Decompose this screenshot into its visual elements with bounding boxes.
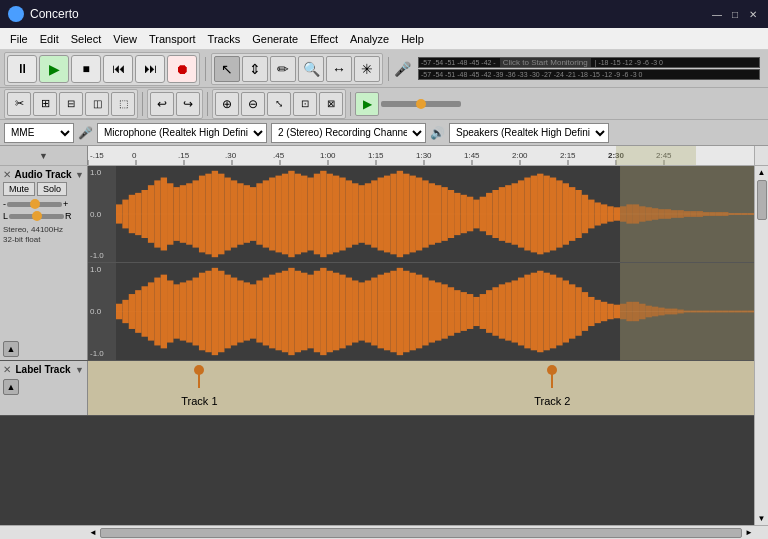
svg-rect-183: [435, 282, 441, 340]
vu-meters[interactable]: -57 -54 -51 -48 -45 -42 - Click to Start…: [418, 57, 760, 80]
tool-zoom[interactable]: 🔍: [298, 56, 324, 82]
svg-rect-124: [716, 212, 722, 216]
menu-generate[interactable]: Generate: [246, 31, 304, 47]
menu-view[interactable]: View: [107, 31, 143, 47]
zoom-sel-button[interactable]: ⊡: [293, 92, 317, 116]
waveform-channel-2: 1.0 0.0 -1.0: [88, 263, 754, 360]
audio-track-content[interactable]: 1.0 0.0 -1.0: [88, 166, 754, 360]
vertical-scrollbar[interactable]: ▲ ▼: [754, 166, 768, 525]
label-track-content[interactable]: Track 1 Track 2: [88, 361, 754, 415]
vscroll-down-btn[interactable]: ▼: [757, 513, 767, 524]
pan-slider[interactable]: [9, 214, 64, 219]
undo-button[interactable]: ↩: [150, 92, 174, 116]
hscroll-left-btn[interactable]: ◄: [88, 527, 98, 538]
svg-rect-70: [371, 180, 377, 247]
vscroll-up-btn[interactable]: ▲: [757, 167, 767, 178]
svg-text:.30: .30: [225, 151, 237, 160]
svg-text:2:15: 2:15: [560, 151, 576, 160]
tool-multitool[interactable]: ✳: [354, 56, 380, 82]
svg-text:2:00: 2:00: [512, 151, 528, 160]
hscroll-right-btn[interactable]: ►: [744, 527, 754, 538]
svg-rect-225: [703, 311, 709, 313]
input-device-select[interactable]: Microphone (Realtek High Defini: [97, 123, 267, 143]
output-device-select[interactable]: Speakers (Realtek High Definiti: [449, 123, 609, 143]
menu-file[interactable]: File: [4, 31, 34, 47]
mute-button[interactable]: Mute: [3, 182, 35, 196]
cut-button[interactable]: ✂: [7, 92, 31, 116]
svg-rect-94: [524, 178, 530, 251]
close-btn[interactable]: ✕: [746, 7, 760, 21]
hscroll-thumb[interactable]: [100, 528, 742, 538]
svg-rect-176: [390, 271, 396, 352]
menu-effect[interactable]: Effect: [304, 31, 344, 47]
label-track-name: Label Track: [16, 364, 71, 375]
menu-help[interactable]: Help: [395, 31, 430, 47]
collapse-all-icon[interactable]: ▼: [39, 151, 48, 161]
svg-rect-35: [148, 185, 154, 243]
audio-track-close[interactable]: ✕: [3, 169, 11, 180]
label-track-collapse[interactable]: ▼: [75, 365, 84, 375]
tool-selection[interactable]: ↖: [214, 56, 240, 82]
menu-analyze[interactable]: Analyze: [344, 31, 395, 47]
svg-rect-231: [741, 311, 747, 313]
tool-scroll[interactable]: ↔: [326, 56, 352, 82]
play-button[interactable]: ▶: [39, 55, 69, 83]
copy-button[interactable]: ⊞: [33, 92, 57, 116]
svg-rect-148: [212, 268, 218, 355]
sep5: [350, 92, 351, 116]
svg-rect-149: [218, 271, 224, 352]
pause-button[interactable]: ⏸: [7, 55, 37, 83]
menu-select[interactable]: Select: [65, 31, 108, 47]
zoom-out-full-button[interactable]: ⊠: [319, 92, 343, 116]
play-at-speed-button[interactable]: ▶: [355, 92, 379, 116]
svg-rect-30: [116, 204, 122, 223]
zoom-fit-button[interactable]: ⤡: [267, 92, 291, 116]
svg-rect-40: [180, 185, 186, 243]
forward-button[interactable]: ⏭: [135, 55, 165, 83]
tool-envelope[interactable]: ⇕: [242, 56, 268, 82]
horizontal-scrollbar[interactable]: ◄ ►: [0, 525, 768, 539]
channels-select[interactable]: 2 (Stereo) Recording Channels: [271, 123, 426, 143]
tool-draw[interactable]: ✏: [270, 56, 296, 82]
gain-slider[interactable]: [7, 202, 62, 207]
host-select[interactable]: MME: [4, 123, 74, 143]
trim-button[interactable]: ◫: [85, 92, 109, 116]
playback-speed-slider[interactable]: [381, 101, 461, 107]
vscroll-ruler-space: [754, 146, 768, 165]
svg-rect-167: [333, 273, 339, 351]
svg-rect-165: [320, 268, 326, 355]
svg-rect-101: [569, 187, 575, 241]
vscroll-thumb[interactable]: [757, 180, 767, 220]
svg-rect-50: [244, 185, 250, 243]
window-controls[interactable]: — □ ✕: [710, 7, 760, 21]
svg-rect-166: [327, 271, 333, 352]
solo-button[interactable]: Solo: [37, 182, 67, 196]
paste-button[interactable]: ⊟: [59, 92, 83, 116]
svg-rect-99: [556, 180, 562, 247]
svg-rect-74: [397, 171, 403, 257]
audio-track-expand-btn[interactable]: ▲: [3, 341, 19, 357]
silence-button[interactable]: ⬚: [111, 92, 135, 116]
svg-text:.45: .45: [273, 151, 285, 160]
zoom-in-button[interactable]: ⊕: [215, 92, 239, 116]
redo-button[interactable]: ↪: [176, 92, 200, 116]
audio-track-collapse[interactable]: ▼: [75, 170, 84, 180]
label-text-1: Track 1: [181, 395, 217, 407]
zoom-out-button[interactable]: ⊖: [241, 92, 265, 116]
label-track-close[interactable]: ✕: [3, 364, 11, 375]
menu-transport[interactable]: Transport: [143, 31, 202, 47]
ruler-container: -.15 0 .15 .30 .45 1:00 1:15 1:30: [88, 146, 754, 165]
maximize-btn[interactable]: □: [728, 7, 742, 21]
menu-edit[interactable]: Edit: [34, 31, 65, 47]
svg-rect-108: [614, 207, 620, 220]
svg-rect-46: [218, 174, 224, 255]
label-track-expand-btn[interactable]: ▲: [3, 379, 19, 395]
label-track2: Track 2: [534, 365, 570, 407]
menu-tracks[interactable]: Tracks: [202, 31, 247, 47]
svg-rect-223: [690, 311, 696, 313]
minimize-btn[interactable]: —: [710, 7, 724, 21]
record-button[interactable]: ⏺: [167, 55, 197, 83]
rewind-button[interactable]: ⏮: [103, 55, 133, 83]
stop-button[interactable]: ■: [71, 55, 101, 83]
zoom-group: ⊕ ⊖ ⤡ ⊡ ⊠: [212, 89, 346, 119]
